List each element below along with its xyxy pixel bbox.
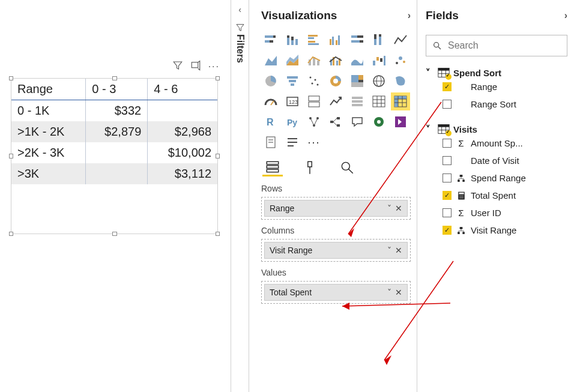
format-tab-icon[interactable]: [300, 158, 320, 176]
resize-handle[interactable]: [112, 232, 117, 236]
field-pill-total-spent[interactable]: Total Spent ˅✕: [264, 284, 408, 301]
map-icon[interactable]: [369, 72, 388, 90]
analytics-tab-icon[interactable]: [337, 158, 357, 176]
remove-icon[interactable]: ✕: [395, 288, 402, 297]
values-well[interactable]: Total Spent ˅✕: [261, 281, 411, 304]
qna-visual-icon[interactable]: [348, 113, 367, 131]
chevron-down-icon[interactable]: ˅: [426, 67, 434, 78]
filters-pane-collapsed[interactable]: ‹ Filters: [231, 0, 249, 392]
matrix-row-header[interactable]: >2K - 3K: [11, 142, 86, 163]
key-influencers-icon[interactable]: [304, 113, 324, 131]
matrix-cell[interactable]: $2,879: [86, 121, 148, 142]
stacked-bar-icon[interactable]: [261, 31, 280, 49]
resize-handle[interactable]: [9, 232, 13, 236]
checkbox-icon[interactable]: ✓: [443, 82, 452, 91]
slicer-icon[interactable]: [348, 92, 367, 110]
arcgis-icon[interactable]: [369, 113, 388, 131]
line-chart-icon[interactable]: [391, 31, 410, 49]
fields-search[interactable]: [426, 35, 567, 56]
paginated-report-icon[interactable]: [261, 133, 280, 151]
powerapps-visual-icon[interactable]: [391, 113, 410, 131]
resize-handle[interactable]: [216, 232, 220, 236]
fields-tab-icon[interactable]: [262, 158, 283, 176]
chevron-down-icon[interactable]: ˅: [387, 288, 391, 297]
100stacked-bar-icon[interactable]: [348, 31, 367, 49]
columns-well[interactable]: Visit Range ˅✕: [261, 239, 411, 262]
kpi-icon[interactable]: [326, 92, 345, 110]
line-stacked-column-icon[interactable]: [304, 52, 324, 70]
scatter-icon[interactable]: [391, 52, 410, 70]
get-more-visuals-icon[interactable]: ···: [304, 133, 324, 151]
resize-handle[interactable]: [216, 76, 220, 80]
matrix-visual[interactable]: Range 0 - 3 4 - 6 0 - 1K $332 >1K - 2K $…: [11, 78, 218, 234]
collapse-pane-icon[interactable]: ›: [564, 10, 567, 21]
r-visual-icon[interactable]: R: [261, 113, 280, 131]
checkbox-icon[interactable]: [443, 173, 452, 182]
matrix-row-header[interactable]: >3K: [11, 163, 86, 184]
stacked-area-icon[interactable]: [283, 52, 302, 70]
checkbox-icon[interactable]: [443, 208, 452, 217]
python-visual-icon[interactable]: Py: [283, 113, 302, 131]
matrix-row-header[interactable]: 0 - 1K: [11, 100, 86, 122]
decomposition-tree-icon[interactable]: [326, 113, 345, 131]
checkbox-icon[interactable]: [443, 139, 452, 148]
field-range-sort[interactable]: Range Sort: [426, 95, 567, 113]
matrix-cell[interactable]: [148, 100, 217, 122]
field-pill-range[interactable]: Range ˅✕: [264, 200, 408, 217]
report-canvas[interactable]: ··· Range 0 - 3 4 - 6 0 - 1K $332: [0, 0, 231, 392]
resize-handle[interactable]: [216, 154, 220, 158]
gauge-icon[interactable]: [261, 92, 280, 110]
focus-mode-icon[interactable]: [190, 60, 201, 73]
matrix-cell[interactable]: $2,968: [148, 121, 217, 142]
checkbox-icon[interactable]: [443, 100, 452, 109]
table-header-spend-sort[interactable]: ˅ Spend Sort: [426, 67, 567, 78]
rows-well[interactable]: Range ˅✕: [261, 197, 411, 220]
resize-handle[interactable]: [112, 76, 117, 80]
stacked-column-icon[interactable]: [283, 31, 302, 49]
smart-narrative-icon[interactable]: [283, 133, 302, 151]
area-chart-icon[interactable]: [261, 52, 280, 70]
treemap-icon[interactable]: [348, 72, 367, 90]
pie-icon[interactable]: [261, 72, 280, 90]
field-user-id[interactable]: Σ User ID: [426, 204, 567, 222]
multirow-card-icon[interactable]: [304, 92, 324, 110]
filled-map-icon[interactable]: [391, 72, 410, 90]
matrix-cell[interactable]: [86, 142, 148, 163]
donut-icon[interactable]: [326, 72, 345, 90]
line-clustered-column-icon[interactable]: [326, 52, 345, 70]
waterfall-icon[interactable]: [369, 52, 388, 70]
field-visit-range[interactable]: ✓ Visit Range: [426, 222, 567, 239]
checkbox-icon[interactable]: ✓: [443, 226, 452, 235]
field-date-of-visit[interactable]: Date of Visit: [426, 152, 567, 169]
remove-icon[interactable]: ✕: [395, 246, 402, 255]
matrix-col-header[interactable]: 0 - 3: [86, 79, 148, 100]
clustered-bar-icon[interactable]: [304, 31, 324, 49]
matrix-icon[interactable]: [391, 92, 410, 110]
chevron-down-icon[interactable]: ˅: [387, 204, 391, 213]
more-options-icon[interactable]: ···: [208, 61, 220, 72]
field-pill-visit-range[interactable]: Visit Range ˅✕: [264, 242, 408, 259]
resize-handle[interactable]: [9, 76, 13, 80]
expand-filters-icon[interactable]: ‹: [231, 5, 249, 14]
matrix-row-header[interactable]: >1K - 2K: [11, 121, 86, 142]
matrix-cell[interactable]: $10,002: [148, 142, 217, 163]
checkbox-icon[interactable]: ✓: [443, 191, 452, 200]
field-amount-spent[interactable]: Σ Amount Sp...: [426, 134, 567, 152]
resize-handle[interactable]: [9, 154, 13, 158]
ribbon-chart-icon[interactable]: [348, 52, 367, 70]
matrix-cell[interactable]: $332: [86, 100, 148, 122]
checkbox-icon[interactable]: [443, 156, 452, 165]
funnel-icon[interactable]: [283, 72, 302, 90]
chevron-down-icon[interactable]: ˅: [387, 246, 391, 255]
clustered-column-icon[interactable]: [326, 31, 345, 49]
field-spend-range[interactable]: Spend Range: [426, 169, 567, 187]
field-range[interactable]: ✓ Range: [426, 78, 567, 95]
matrix-col-header[interactable]: 4 - 6: [148, 79, 217, 100]
filter-icon[interactable]: [172, 60, 183, 73]
chevron-down-icon[interactable]: ˅: [426, 124, 434, 134]
matrix-cell[interactable]: [86, 163, 148, 184]
table-header-visits[interactable]: ˅ Visits: [426, 124, 567, 134]
table-icon[interactable]: [369, 92, 388, 110]
100stacked-column-icon[interactable]: [369, 31, 388, 49]
card-icon[interactable]: 123: [283, 92, 302, 110]
